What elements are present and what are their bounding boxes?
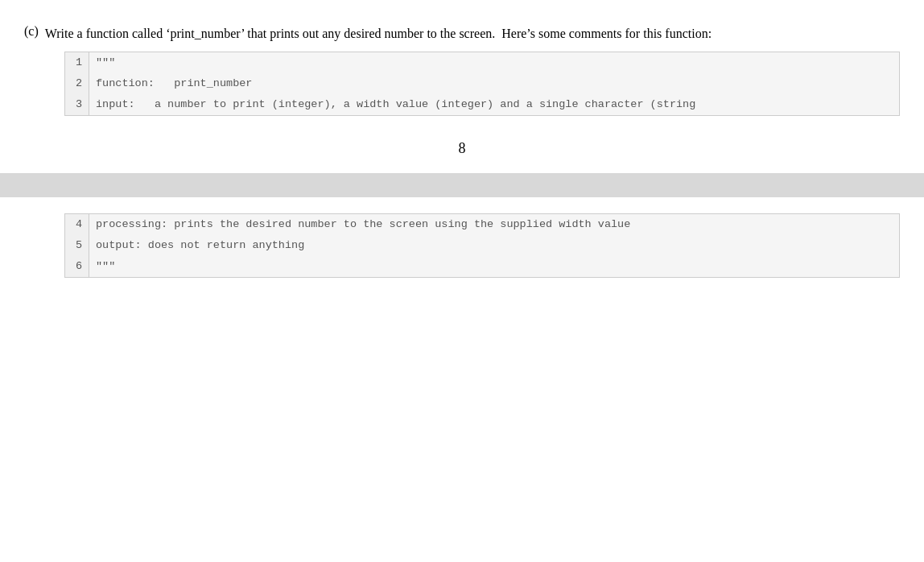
question-letter: (c)	[24, 24, 39, 39]
code-line-1: 1 """	[65, 52, 899, 73]
code-line-6: 6 """	[65, 256, 899, 277]
line-number-5: 5	[65, 235, 89, 256]
divider-section	[0, 173, 924, 197]
bottom-section: 4 processing: prints the desired number …	[0, 213, 924, 391]
code-line-5: 5 output: does not return anything	[65, 235, 899, 256]
line-content-2: function: print_number	[89, 73, 252, 94]
question-text: Write a function called ‘print⁠_⁠number’…	[45, 24, 712, 43]
line-number-4: 4	[65, 214, 89, 235]
line-number-3: 3	[65, 94, 89, 115]
page-container: (c) Write a function called ‘print⁠_⁠num…	[0, 0, 924, 562]
line-content-3: input: a number to print (integer), a wi…	[89, 94, 695, 115]
code-line-3: 3 input: a number to print (integer), a …	[65, 94, 899, 115]
bottom-code-box-inner: 4 processing: prints the desired number …	[65, 214, 899, 277]
top-code-box-inner: 1 """ 2 function: print_number 3 input: …	[65, 52, 899, 115]
top-code-box: 1 """ 2 function: print_number 3 input: …	[64, 52, 900, 116]
line-content-6: """	[89, 256, 115, 277]
line-content-1: """	[89, 52, 115, 73]
line-content-5: output: does not return anything	[89, 235, 304, 256]
line-number-6: 6	[65, 256, 89, 277]
line-number-2: 2	[65, 73, 89, 94]
top-section: (c) Write a function called ‘print⁠_⁠num…	[0, 0, 924, 116]
code-line-4: 4 processing: prints the desired number …	[65, 214, 899, 235]
question-label: (c) Write a function called ‘print⁠_⁠num…	[24, 24, 900, 43]
bottom-code-box: 4 processing: prints the desired number …	[64, 213, 900, 278]
page-number: 8	[459, 140, 466, 156]
line-content-4: processing: prints the desired number to…	[89, 214, 630, 235]
code-line-2: 2 function: print_number	[65, 73, 899, 94]
page-number-area: 8	[0, 116, 924, 173]
line-number-1: 1	[65, 52, 89, 73]
